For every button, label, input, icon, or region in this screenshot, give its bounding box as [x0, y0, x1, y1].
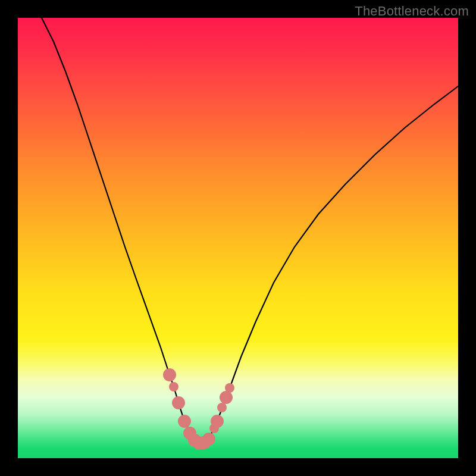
highlight-marker	[178, 415, 191, 428]
plot-area	[18, 18, 458, 458]
chart-frame: TheBottleneck.com	[0, 0, 476, 476]
bottleneck-curve	[42, 18, 458, 443]
highlight-marker	[169, 382, 178, 392]
highlight-marker	[172, 396, 185, 409]
highlight-marker	[220, 391, 233, 404]
highlight-markers	[163, 368, 234, 450]
highlight-marker	[211, 415, 224, 428]
highlight-marker	[163, 368, 176, 381]
watermark-text: TheBottleneck.com	[355, 4, 469, 19]
highlight-marker	[202, 433, 215, 446]
highlight-marker	[225, 383, 234, 393]
highlight-marker	[217, 403, 227, 412]
chart-svg	[18, 18, 458, 458]
